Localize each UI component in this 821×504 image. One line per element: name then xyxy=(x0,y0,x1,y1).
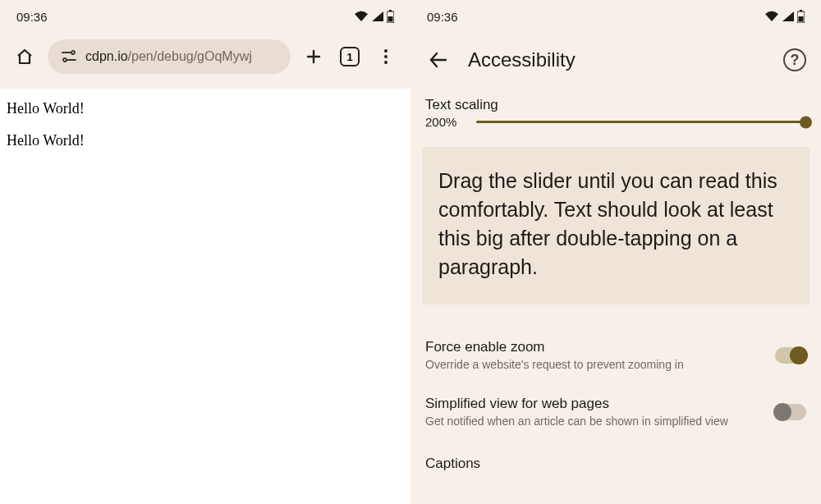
home-icon xyxy=(15,47,34,66)
browser-toolbar: cdpn.io/pen/debug/gOqMywj 1 xyxy=(0,33,410,89)
svg-point-10 xyxy=(384,55,388,58)
svg-point-6 xyxy=(63,58,67,62)
arrow-back-icon xyxy=(428,49,449,71)
wifi-icon xyxy=(354,11,369,22)
slider-thumb[interactable] xyxy=(800,116,812,128)
force-zoom-row[interactable]: Force enable zoom Override a website's r… xyxy=(410,328,821,383)
home-button[interactable] xyxy=(11,44,38,70)
svg-point-11 xyxy=(384,61,388,64)
simplified-view-toggle[interactable] xyxy=(775,404,806,420)
tabs-button[interactable]: 1 xyxy=(337,44,363,70)
browser-screen: 09:36 cdpn.io/pen/debug/gOqMywj 1 Hello … xyxy=(0,0,410,504)
status-time: 09:36 xyxy=(427,10,458,24)
text-scaling-label: Text scaling xyxy=(425,97,806,113)
simplified-view-subtitle: Get notified when an article can be show… xyxy=(425,415,764,428)
page-title: Accessibility xyxy=(468,48,767,71)
simplified-view-row[interactable]: Simplified view for web pages Get notifi… xyxy=(410,383,821,439)
accessibility-settings-screen: 09:36 Accessibility ? Text scaling 200% xyxy=(410,0,821,504)
status-time: 09:36 xyxy=(16,10,48,24)
text-scaling-section: Text scaling 200% xyxy=(410,87,821,139)
simplified-view-title: Simplified view for web pages xyxy=(425,396,764,412)
more-vert-icon xyxy=(377,48,395,66)
toggle-knob xyxy=(773,403,791,421)
wifi-icon xyxy=(764,11,779,22)
svg-rect-2 xyxy=(388,16,393,22)
text-scaling-value: 200% xyxy=(425,115,465,129)
sample-text: Drag the slider until you can read this … xyxy=(438,167,793,282)
menu-button[interactable] xyxy=(373,44,399,70)
captions-row[interactable]: Captions xyxy=(410,439,821,483)
content-line-1: Hello World! xyxy=(7,100,404,117)
toggle-knob xyxy=(790,346,808,364)
svg-rect-13 xyxy=(800,10,802,11)
status-bar: 09:36 xyxy=(0,0,410,33)
force-zoom-subtitle: Override a website's request to prevent … xyxy=(425,358,764,371)
signal-icon xyxy=(782,11,795,22)
svg-rect-1 xyxy=(389,10,392,11)
svg-point-9 xyxy=(384,49,388,53)
captions-title: Captions xyxy=(425,456,806,472)
site-settings-icon xyxy=(61,49,77,64)
plus-icon xyxy=(304,47,323,66)
settings-body: Text scaling 200% Drag the slider until … xyxy=(410,87,821,483)
content-line-2: Hello World! xyxy=(7,132,404,149)
url-domain: cdpn.io xyxy=(85,49,128,63)
force-zoom-title: Force enable zoom xyxy=(425,339,764,355)
signal-icon xyxy=(371,11,384,22)
new-tab-button[interactable] xyxy=(300,44,327,70)
battery-icon xyxy=(797,10,805,23)
svg-point-4 xyxy=(71,51,75,54)
settings-header: Accessibility ? xyxy=(410,33,821,87)
tab-count-badge: 1 xyxy=(340,47,360,66)
svg-rect-14 xyxy=(799,16,804,22)
status-icons xyxy=(354,10,394,23)
text-scaling-slider[interactable] xyxy=(476,121,806,123)
status-bar: 09:36 xyxy=(410,0,821,33)
force-zoom-toggle[interactable] xyxy=(775,347,806,364)
url-text: cdpn.io/pen/debug/gOqMywj xyxy=(85,49,252,64)
battery-icon xyxy=(387,10,394,23)
status-icons xyxy=(764,10,805,23)
sample-text-card: Drag the slider until you can read this … xyxy=(422,147,810,305)
back-button[interactable] xyxy=(425,47,452,73)
url-path: /pen/debug/gOqMywj xyxy=(128,49,252,63)
help-icon: ? xyxy=(791,52,800,69)
page-content: Hello World! Hello World! xyxy=(0,89,410,504)
url-bar[interactable]: cdpn.io/pen/debug/gOqMywj xyxy=(48,39,291,74)
help-button[interactable]: ? xyxy=(783,48,806,71)
